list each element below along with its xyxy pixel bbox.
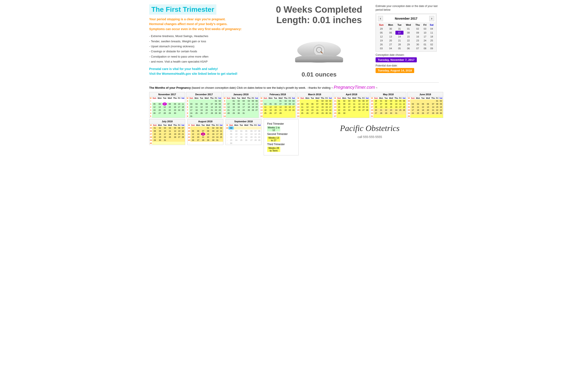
- cal-day[interactable]: 08: [403, 31, 413, 35]
- cal-day[interactable]: 08: [422, 46, 428, 50]
- cal-day[interactable]: 01: [422, 42, 428, 46]
- cal-day[interactable]: 01: [403, 27, 413, 31]
- th-fri: Fri: [422, 23, 428, 27]
- cal-day[interactable]: 09: [428, 46, 435, 50]
- month-jul-2018: July 2018 W SunMonTueWedThuFriSat 350102…: [149, 119, 185, 145]
- business-name: Pacific Obstetrics: [305, 123, 434, 133]
- legend-second-trimester: Second Trimester: [267, 133, 295, 135]
- legend-first-trimester: First Trimester: [267, 122, 295, 125]
- legend-weeks-28-term: Weeks 28 to Term: [267, 147, 295, 152]
- cal-day[interactable]: 05: [377, 31, 386, 35]
- cal-day[interactable]: 19: [377, 39, 386, 42]
- month-aug-2018: August 2018 W SunMonTueWedThuFriSat 3901…: [187, 119, 223, 145]
- cal-day[interactable]: 29: [377, 27, 386, 31]
- weeks-completed: 0 Weeks Completed Length: 0.01 inches: [276, 4, 362, 25]
- cal-day[interactable]: 02: [413, 27, 422, 31]
- cal-day[interactable]: 09: [413, 31, 422, 35]
- cal-day[interactable]: 11: [428, 31, 435, 35]
- th-mon: Mon: [386, 23, 395, 27]
- cal-day[interactable]: 29: [403, 42, 413, 46]
- cal-day[interactable]: 15: [403, 35, 413, 39]
- cal-day[interactable]: 04: [386, 46, 395, 50]
- month-may-2018: May 2018 W SunMonTueWedThuFriSat 2526010…: [370, 92, 406, 118]
- month-dec-2017: December 2017 W SunMonTueWedThuFriSat 40…: [186, 92, 222, 118]
- conception-label: Conception date chosen:: [376, 53, 439, 56]
- legend-box: First Trimester Weeks 1 to 12 Second Tri…: [264, 119, 299, 155]
- cal-day[interactable]: 06: [386, 31, 395, 35]
- cal-day[interactable]: 17: [422, 35, 428, 39]
- cal-day[interactable]: 27: [386, 42, 395, 46]
- symptoms-list: - Extreme tiredness, Mood Swings, Headac…: [149, 34, 262, 64]
- divider-bar: The Months of your Pregnancy (based on c…: [149, 82, 439, 92]
- prenatal-text: Prenatal care is vital for your health a…: [149, 66, 262, 76]
- th-thu: Thu: [413, 23, 422, 27]
- month-sep-2018: September 2018 W SunMonTueWedThuFriSat 4…: [226, 119, 262, 145]
- cal-day[interactable]: 03: [422, 27, 428, 31]
- svg-rect-7: [295, 58, 343, 62]
- cal-day[interactable]: 28: [395, 42, 403, 46]
- mini-calendar: ‹ November 2017 › Sun Mon Tue Wed Thu Fr…: [376, 13, 437, 52]
- cal-day-selected[interactable]: 07: [395, 31, 403, 35]
- prev-month-button[interactable]: ‹: [378, 16, 383, 21]
- cal-day[interactable]: 23: [413, 39, 422, 42]
- symptom-3: - Upset stomach (morning sickness): [149, 44, 262, 49]
- symptom-2: - Tender, swollen breasts, Weight gain o…: [149, 39, 262, 44]
- svg-point-3: [314, 45, 325, 56]
- cal-month-title: November 2017: [395, 17, 418, 20]
- orange-intro-text: Your period stopping is a clear sign you…: [149, 17, 262, 31]
- cal-day[interactable]: 13: [386, 35, 395, 39]
- cal-day[interactable]: 02: [428, 42, 435, 46]
- cal-day[interactable]: 10: [422, 31, 428, 35]
- th-sat: Sat: [428, 23, 435, 27]
- business-card: Pacific Obstetrics call 555-555-5555: [301, 119, 439, 143]
- cal-day[interactable]: 30: [386, 27, 395, 31]
- cal-day[interactable]: 22: [403, 39, 413, 42]
- cal-day[interactable]: 18: [428, 35, 435, 39]
- cal-day[interactable]: 21: [395, 39, 403, 42]
- cal-day[interactable]: 25: [428, 39, 435, 42]
- due-date: Tuesday, August 14, 2018: [376, 68, 414, 73]
- cal-day[interactable]: 12: [377, 35, 386, 39]
- th-sun: Sun: [377, 23, 386, 27]
- bottom-row: July 2018 W SunMonTueWedThuFriSat 350102…: [149, 119, 439, 155]
- cal-day[interactable]: 24: [422, 39, 428, 42]
- estimate-text: Estimate your conception date or the dat…: [376, 4, 439, 12]
- duedate-label: Potential due-date:: [376, 64, 439, 67]
- th-tue: Tue: [395, 23, 403, 27]
- month-jan-2018: January 2018 W SunMonTueWedThuFriSat 901…: [223, 92, 259, 118]
- weight-label: 0.01 ounces: [302, 71, 336, 78]
- conception-date: Tuesday, November 7, 2017: [376, 57, 417, 62]
- month-mar-2018: March 2018 W SunMonTueWedThuFriSat 17010…: [297, 92, 333, 118]
- month-feb-2018: February 2018 W SunMonTueWedThuFriSat 13…: [260, 92, 296, 118]
- symptom-1: - Extreme tiredness, Mood Swings, Headac…: [149, 34, 262, 39]
- symptom-6: - and more. Visit a health care speciali…: [149, 59, 262, 64]
- month-apr-2018: April 2018 W SunMonTueWedThuFriSat 21010…: [334, 92, 369, 118]
- legend-weeks-13-27: Weeks 13 to 27: [267, 136, 295, 142]
- cal-day[interactable]: 05: [395, 46, 403, 50]
- cal-day[interactable]: 06: [403, 46, 413, 50]
- cal-day[interactable]: 16: [413, 35, 422, 39]
- cal-day[interactable]: 04: [428, 27, 435, 31]
- cal-day[interactable]: 31: [395, 27, 403, 31]
- cal-day[interactable]: 30: [413, 42, 422, 46]
- cal-day[interactable]: 20: [386, 39, 395, 42]
- trimester-title: The First Trimester: [149, 4, 216, 15]
- symptom-5: - Constipation or need to pass urine mor…: [149, 54, 262, 59]
- cal-day[interactable]: 07: [413, 46, 422, 50]
- month-jun-2018: June 2018 W SunMonTueWedThuFriSat 300102…: [407, 92, 443, 118]
- symptom-4: - Cravings or distaste for certain foods: [149, 49, 262, 54]
- legend-third-trimester: Third Trimester: [267, 143, 295, 146]
- cal-day[interactable]: 26: [377, 42, 386, 46]
- month-nov-2017: November 2017 W SunMonTueWedThuFriSat 0 …: [149, 92, 185, 118]
- top-calendars: November 2017 W SunMonTueWedThuFriSat 0 …: [149, 92, 439, 118]
- scale-image: [289, 26, 350, 70]
- cal-day[interactable]: 03: [377, 46, 386, 50]
- next-month-button[interactable]: ›: [429, 16, 434, 21]
- legend-weeks-1-12: Weeks 1 to 12: [267, 126, 295, 132]
- th-wed: Wed: [403, 23, 413, 27]
- business-phone: call 555-555-5555: [305, 135, 434, 139]
- cal-day[interactable]: 14: [395, 35, 403, 39]
